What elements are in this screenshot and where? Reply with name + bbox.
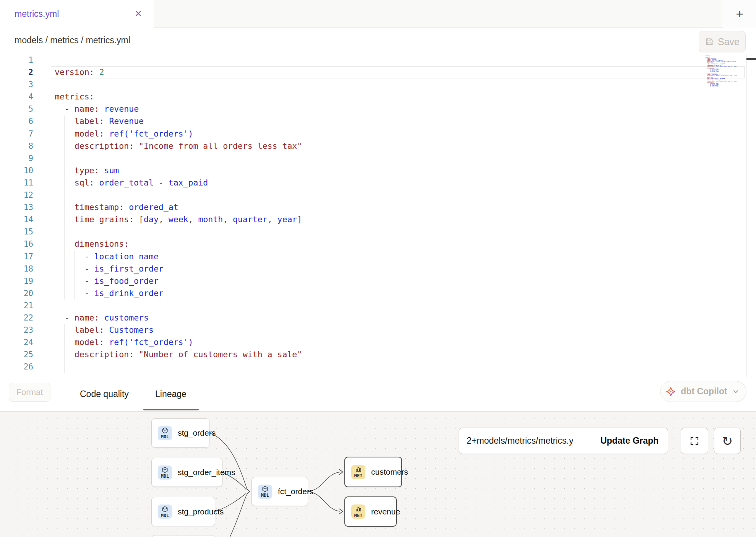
graph-filter-input[interactable] [459, 428, 591, 454]
code-line[interactable] [55, 299, 302, 312]
code-line[interactable]: - is_first_order [55, 263, 302, 275]
code-line[interactable]: time_grains: [day, week, month, quarter,… [55, 213, 302, 226]
line-number: 3 [0, 78, 33, 91]
code-token: is_drink_order [94, 288, 164, 298]
lineage-graph-panel[interactable]: MDLstg_ordersMDLstg_order_itemsMDLstg_pr… [0, 411, 756, 537]
code-token: 2 [711, 55, 711, 57]
line-number: 17 [0, 251, 33, 263]
code-line[interactable] [55, 78, 302, 91]
plus-icon[interactable]: + [736, 7, 744, 20]
code-area[interactable]: version: 2 metrics: - name: revenue labe… [55, 54, 302, 373]
code-token: quarter [728, 65, 733, 67]
code-token: quarter [233, 215, 268, 224]
format-button[interactable]: Format [9, 383, 50, 402]
save-button[interactable]: Save [699, 31, 746, 52]
code-token: month [198, 215, 223, 224]
code-token: sql: [707, 78, 710, 79]
indent-guide [64, 324, 65, 373]
lineage-node-customers[interactable]: METcustomers [344, 457, 402, 487]
code-line[interactable]: description: "Income from all orders les… [55, 140, 302, 152]
breadcrumb: models / metrics / metrics.yml [15, 28, 130, 53]
code-token: order_total - tax_paid [711, 78, 725, 79]
lineage-node-fct_orders[interactable]: MDLfct_orders [251, 477, 308, 506]
code-token: name: [75, 313, 99, 322]
edge-arrowhead [247, 489, 250, 494]
code-token: "Income from all orders less tax" [139, 141, 302, 151]
cube-icon [161, 427, 169, 434]
code-line[interactable]: label: Customers [55, 324, 302, 336]
code-line[interactable]: timestamp: ordered_at [55, 201, 302, 213]
refresh-button[interactable]: ↻ [714, 428, 741, 454]
copilot-sparkle-icon [666, 387, 676, 397]
close-icon[interactable]: ✕ [135, 9, 142, 18]
node-type-label: MET [354, 513, 363, 518]
update-graph-button[interactable]: Update Graph [591, 428, 668, 454]
code-token: year [277, 215, 297, 224]
code-line[interactable]: - is_food_order [55, 275, 302, 287]
code-token: - [55, 104, 75, 114]
code-line[interactable]: metrics: [55, 91, 302, 103]
code-line[interactable]: type: sum [55, 164, 302, 177]
indent-guide [74, 251, 75, 299]
code-token: quarter [728, 80, 733, 82]
line-number: 12 [0, 189, 33, 201]
code-token: , [268, 215, 277, 224]
code-token [99, 104, 104, 114]
code-line[interactable]: model: ref('fct_orders') [55, 128, 302, 140]
lineage-node-stg_order_items[interactable]: MDLstg_order_items [151, 458, 222, 487]
code-line[interactable]: label: Revenue [55, 115, 302, 127]
fullscreen-button[interactable] [681, 428, 708, 454]
lineage-node-revenue[interactable]: METrevenue [344, 496, 397, 527]
code-editor[interactable]: 1234567891011121314151617181920212223242… [0, 53, 756, 377]
line-number: 9 [0, 152, 33, 164]
code-line[interactable]: - name: revenue [55, 103, 302, 115]
code-line[interactable]: - name: customers [55, 312, 302, 324]
code-token: , [223, 215, 233, 224]
node-label: revenue [371, 507, 400, 516]
code-line[interactable]: - location_name [55, 251, 302, 263]
code-line[interactable]: sql: order_total - tax_paid [55, 177, 302, 189]
code-line[interactable]: version: 2 [55, 66, 302, 78]
minimap[interactable]: version: 2 metrics: - name: revenue labe… [705, 55, 743, 86]
code-token: Revenue [109, 116, 144, 126]
model-node-icon: MDL [158, 504, 172, 519]
code-line[interactable] [55, 189, 302, 201]
code-token: year [734, 65, 737, 67]
lineage-node-stg_products[interactable]: MDLstg_products [151, 497, 215, 526]
node-label: stg_products [178, 507, 224, 516]
code-token: is_first_order [94, 264, 164, 273]
tab-code-quality[interactable]: Code quality [80, 377, 129, 411]
code-token: sql: [707, 63, 710, 65]
code-token: type: [75, 166, 99, 175]
line-number: 5 [0, 103, 33, 115]
lineage-node-stg_orders[interactable]: MDLstg_orders [151, 418, 209, 447]
scrollbar-thumb[interactable] [746, 58, 756, 60]
lineage-node-partial_source[interactable] [151, 535, 215, 537]
code-token: is_food_order [94, 276, 159, 286]
lineage-edge [230, 495, 247, 537]
code-token [104, 325, 109, 335]
code-token: day [144, 215, 159, 224]
code-line[interactable] [55, 226, 302, 238]
cube-icon [161, 466, 169, 474]
tab-lineage[interactable]: Lineage [155, 377, 187, 411]
code-line[interactable]: - is_drink_order [55, 287, 302, 299]
code-line[interactable] [55, 54, 302, 66]
bottom-toolbar: Format Code quality Lineage dbt Copilot [0, 377, 756, 411]
line-number: 2 [0, 66, 33, 78]
code-line[interactable]: model: ref('fct_orders') [55, 336, 302, 348]
code-token: ref('fct_orders') [109, 129, 193, 138]
code-token: label: [75, 116, 104, 126]
dbt-copilot-button[interactable]: dbt Copilot [660, 381, 746, 402]
line-number: 22 [0, 312, 33, 324]
new-tab-area: + [723, 0, 756, 28]
code-token: metrics: [55, 92, 94, 101]
code-line[interactable] [55, 152, 302, 164]
code-line[interactable] [55, 361, 302, 373]
code-token [134, 215, 139, 224]
tab-metrics-yml[interactable]: metrics.yml ✕ [0, 0, 153, 28]
code-line[interactable]: description: "Number of customers with a… [55, 348, 302, 361]
code-line[interactable]: dimensions: [55, 238, 302, 250]
code-token: time_grains: [707, 80, 715, 82]
node-label: stg_orders [178, 428, 216, 438]
